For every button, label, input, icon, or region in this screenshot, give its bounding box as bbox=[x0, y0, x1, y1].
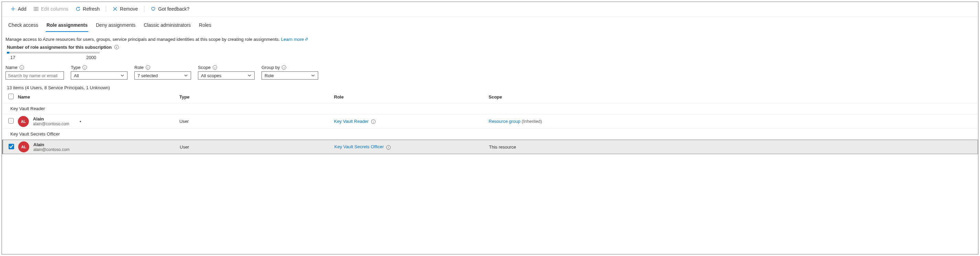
quota-current: 17 bbox=[10, 55, 15, 60]
info-icon[interactable]: i bbox=[115, 45, 119, 49]
chevron-down-icon bbox=[184, 73, 188, 77]
info-icon[interactable]: i bbox=[146, 65, 150, 70]
tab-bar: Check access Role assignments Deny assig… bbox=[2, 17, 978, 32]
groupby-value: Role bbox=[264, 73, 274, 78]
edit-columns-label: Edit columns bbox=[41, 6, 68, 12]
header-name[interactable]: Name bbox=[18, 94, 179, 100]
row-role-link[interactable]: Key Vault Secrets Officer bbox=[334, 144, 384, 149]
columns-icon bbox=[33, 6, 39, 12]
refresh-icon bbox=[75, 6, 81, 12]
avatar: AL bbox=[18, 141, 29, 152]
info-icon[interactable]: i bbox=[282, 65, 286, 70]
quota-max: 2000 bbox=[86, 55, 96, 60]
separator bbox=[144, 6, 144, 12]
role-dropdown[interactable]: 7 selected bbox=[134, 71, 191, 80]
info-icon[interactable]: i bbox=[19, 65, 24, 70]
quota-bar bbox=[7, 52, 100, 54]
feedback-label: Got feedback? bbox=[158, 6, 189, 12]
svg-rect-2 bbox=[34, 7, 35, 11]
row-role-link[interactable]: Key Vault Reader bbox=[334, 119, 369, 124]
table-header: Name Type Role Scope bbox=[2, 92, 978, 103]
svg-rect-4 bbox=[37, 7, 38, 11]
filter-groupby-label: Group by bbox=[261, 65, 280, 70]
info-icon[interactable]: i bbox=[386, 145, 391, 150]
header-role[interactable]: Role bbox=[334, 94, 488, 100]
search-input[interactable] bbox=[5, 71, 64, 80]
command-bar: Add Edit columns Refresh Remove Got feed… bbox=[2, 2, 978, 17]
item-count: 13 items (4 Users, 8 Service Principals,… bbox=[2, 83, 978, 92]
row-checkbox[interactable] bbox=[8, 118, 14, 123]
header-scope[interactable]: Scope bbox=[488, 94, 975, 100]
chevron-down-icon bbox=[120, 73, 124, 77]
remove-button[interactable]: Remove bbox=[110, 5, 140, 13]
scope-value: All scopes bbox=[201, 73, 221, 78]
edit-columns-button: Edit columns bbox=[30, 5, 71, 13]
external-link-icon bbox=[305, 37, 308, 41]
refresh-label: Refresh bbox=[83, 6, 100, 12]
header-type[interactable]: Type bbox=[179, 94, 334, 100]
tab-deny-assignments[interactable]: Deny assignments bbox=[95, 20, 136, 32]
add-button[interactable]: Add bbox=[8, 5, 29, 13]
table-row[interactable]: AL Alain alain@contoso.com User Key Vaul… bbox=[2, 114, 978, 129]
description: Manage access to Azure resources for use… bbox=[2, 32, 978, 44]
info-icon[interactable]: i bbox=[83, 65, 87, 70]
indicator-dot bbox=[80, 121, 81, 122]
svg-rect-3 bbox=[35, 7, 37, 11]
refresh-button[interactable]: Refresh bbox=[73, 5, 102, 13]
quota-widget: Number of role assignments for this subs… bbox=[2, 44, 978, 63]
role-value: 7 selected bbox=[137, 73, 158, 78]
remove-label: Remove bbox=[120, 6, 138, 12]
groupby-dropdown[interactable]: Role bbox=[261, 71, 318, 80]
close-icon bbox=[112, 6, 118, 12]
description-text: Manage access to Azure resources for use… bbox=[5, 37, 281, 42]
row-name: Alain bbox=[33, 142, 70, 147]
tab-role-assignments[interactable]: Role assignments bbox=[46, 20, 88, 32]
info-icon[interactable]: i bbox=[213, 65, 217, 70]
avatar: AL bbox=[18, 116, 29, 127]
separator bbox=[106, 6, 106, 12]
table-row[interactable]: AL Alain alain@contoso.com User Key Vaul… bbox=[2, 140, 978, 154]
type-dropdown[interactable]: All bbox=[71, 71, 127, 80]
row-type: User bbox=[179, 119, 334, 124]
row-email: alain@contoso.com bbox=[33, 147, 70, 152]
scope-dropdown[interactable]: All scopes bbox=[198, 71, 255, 80]
learn-more-link[interactable]: Learn more bbox=[281, 37, 308, 42]
row-type: User bbox=[180, 144, 334, 150]
info-icon[interactable]: i bbox=[371, 119, 375, 124]
row-checkbox[interactable] bbox=[9, 144, 14, 149]
group-header: Key Vault Secrets Officer bbox=[2, 129, 978, 140]
select-all-checkbox[interactable] bbox=[8, 94, 14, 99]
tab-classic-administrators[interactable]: Classic administrators bbox=[143, 20, 191, 32]
row-scope-suffix: (Inherited) bbox=[522, 119, 542, 124]
filter-type-label: Type bbox=[71, 65, 80, 70]
quota-fill bbox=[7, 52, 9, 54]
filter-role-label: Role bbox=[134, 65, 144, 70]
type-value: All bbox=[74, 73, 79, 78]
row-scope: This resource bbox=[489, 144, 974, 150]
filter-name-label: Name bbox=[5, 65, 18, 70]
row-scope-link[interactable]: Resource group bbox=[488, 119, 520, 124]
chevron-down-icon bbox=[311, 73, 315, 77]
chevron-down-icon bbox=[247, 73, 251, 77]
tab-check-access[interactable]: Check access bbox=[8, 20, 39, 32]
quota-label: Number of role assignments for this subs… bbox=[7, 44, 112, 50]
heart-icon bbox=[151, 6, 156, 12]
feedback-button[interactable]: Got feedback? bbox=[148, 5, 192, 13]
group-header: Key Vault Reader bbox=[2, 103, 978, 114]
tab-roles[interactable]: Roles bbox=[198, 20, 212, 32]
filter-bar: Namei Typei All Rolei 7 selected Scopei … bbox=[2, 63, 978, 83]
add-label: Add bbox=[18, 6, 27, 12]
plus-icon bbox=[10, 6, 16, 12]
row-name: Alain bbox=[33, 116, 69, 122]
filter-scope-label: Scope bbox=[198, 65, 211, 70]
row-email: alain@contoso.com bbox=[33, 122, 69, 126]
